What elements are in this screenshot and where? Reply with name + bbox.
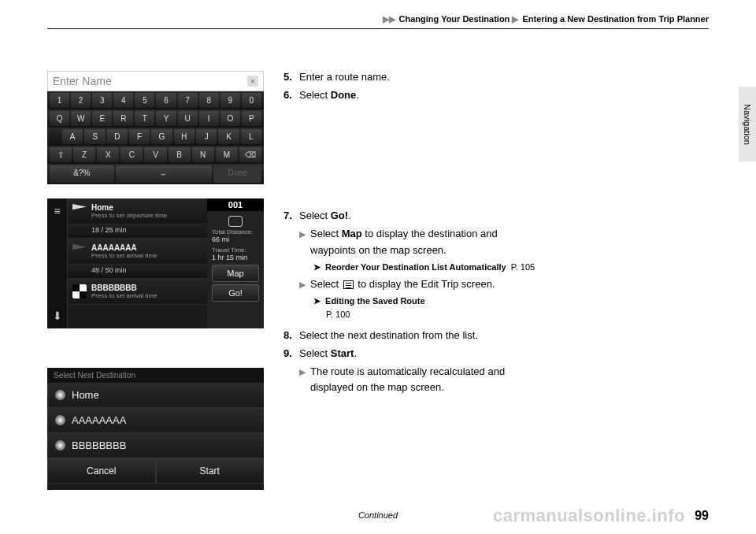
key[interactable]: F — [129, 129, 150, 144]
go-button[interactable]: Go! — [212, 284, 259, 302]
step-text: Select Go!. — [299, 208, 351, 224]
trip-row-sub: Press to set arrival time — [91, 252, 158, 259]
key[interactable]: 8 — [199, 93, 219, 108]
keyboard-row-numbers: 1 2 3 4 5 6 7 8 9 0 — [47, 91, 264, 109]
trip-row-sub: Press to set departure time — [91, 212, 167, 219]
key[interactable]: U — [178, 111, 198, 126]
done-key[interactable]: Done — [213, 165, 261, 183]
flag-finish-icon — [72, 284, 87, 299]
key[interactable]: 3 — [92, 93, 112, 108]
close-icon[interactable]: × — [247, 76, 258, 87]
key[interactable]: H — [174, 129, 195, 144]
key[interactable]: 2 — [71, 93, 91, 108]
key[interactable]: 5 — [135, 93, 154, 108]
trip-row-title: BBBBBBBB — [91, 284, 158, 292]
radio-icon — [55, 440, 65, 451]
key[interactable]: 1 — [50, 93, 69, 108]
reference-arrow-icon: ➤ — [313, 296, 321, 306]
screen-enter-name: Enter Name × 1 2 3 4 5 6 7 8 9 0 Q W E R… — [47, 71, 264, 184]
key[interactable]: B — [169, 147, 191, 162]
cross-reference-2: ➤ Editing the Saved Route P. 100 — [313, 295, 543, 321]
space-key[interactable]: ⌣ — [116, 165, 212, 183]
backspace-key[interactable]: ⌫ — [239, 147, 261, 162]
step-6: 6. Select Done. — [284, 87, 543, 103]
key[interactable]: S — [84, 129, 105, 144]
trip-row-waypoint-a[interactable]: AAAAAAAA Press to set arrival time — [68, 239, 207, 265]
select-next-buttons: Cancel Start — [47, 458, 264, 484]
destination-option-b[interactable]: BBBBBBBB — [47, 433, 264, 458]
key[interactable]: 7 — [178, 93, 198, 108]
screen-select-next-destination: Select Next Destination Home AAAAAAAA BB… — [47, 368, 264, 490]
key[interactable]: C — [120, 147, 143, 162]
step-5: 5. Enter a route name. — [284, 69, 543, 85]
trip-row-home[interactable]: Home Press to set departure time — [68, 198, 207, 224]
keyboard-row-bottom: &?% ⌣ Done — [47, 164, 264, 184]
key[interactable]: Y — [156, 111, 176, 126]
key[interactable]: Q — [50, 111, 69, 126]
total-distance-label: Total Distance: — [207, 228, 264, 235]
instructions-column: 5. Enter a route name. 6. Select Done. 7… — [284, 69, 543, 396]
substep-text: Select to display the Edit Trip screen. — [310, 276, 495, 292]
key[interactable]: 4 — [113, 93, 133, 108]
key[interactable]: E — [92, 111, 112, 126]
key[interactable]: G — [151, 129, 172, 144]
car-icon — [228, 216, 243, 227]
keyboard-row-zxcv: ⇧ Z X C V B N M ⌫ — [47, 146, 264, 164]
enter-name-placeholder: Enter Name — [53, 75, 112, 87]
key[interactable]: P — [242, 111, 261, 126]
trip-row-title: AAAAAAAA — [91, 243, 158, 252]
substep-text: The route is automatically recalculated … — [310, 364, 543, 395]
keyboard-row-qwerty: Q W E R T Y U I O P — [47, 109, 264, 128]
key[interactable]: T — [135, 111, 154, 126]
scroll-down-icon[interactable]: ⬇ — [53, 310, 62, 322]
trip-waypoint-list: Home Press to set departure time 18 / 25… — [68, 198, 207, 328]
key[interactable]: D — [107, 129, 128, 144]
reference-page: P. 100 — [326, 308, 543, 321]
shift-key[interactable]: ⇧ — [50, 147, 72, 162]
step-7-sub2: ▶ Select to display the Edit Trip screen… — [299, 276, 543, 292]
trip-leg-info: 18 / 25 min — [68, 224, 207, 239]
trip-number-badge: 001 — [207, 198, 264, 211]
key[interactable]: Z — [73, 147, 95, 162]
key[interactable]: W — [71, 111, 91, 126]
side-tab-navigation: Navigation — [739, 87, 756, 161]
key[interactable]: V — [144, 147, 166, 162]
destination-label: AAAAAAAA — [72, 414, 126, 426]
map-button[interactable]: Map — [212, 265, 259, 282]
select-next-title: Select Next Destination — [47, 368, 264, 383]
key[interactable]: O — [220, 111, 240, 126]
screenshots-column: Enter Name × 1 2 3 4 5 6 7 8 9 0 Q W E R… — [47, 71, 264, 504]
enter-name-field[interactable]: Enter Name × — [47, 71, 264, 91]
key[interactable]: I — [199, 111, 219, 126]
key[interactable]: R — [113, 111, 133, 126]
key[interactable]: J — [196, 129, 217, 144]
step-number: 8. — [284, 328, 299, 343]
step-number: 7. — [284, 208, 299, 224]
bullet-icon: ▶ — [299, 278, 306, 292]
key[interactable]: K — [218, 129, 239, 144]
key[interactable]: 6 — [156, 93, 176, 108]
substep-text: Select Map to display the destination an… — [310, 226, 543, 258]
destination-label: Home — [72, 389, 99, 401]
key[interactable]: X — [97, 147, 119, 162]
cancel-button[interactable]: Cancel — [47, 458, 156, 484]
key[interactable]: 0 — [242, 93, 261, 108]
destination-option-home[interactable]: Home — [47, 383, 264, 408]
reference-arrow-icon: ➤ — [313, 262, 321, 272]
key[interactable]: N — [192, 147, 214, 162]
key[interactable]: A — [62, 129, 83, 144]
step-9-sub1: ▶ The route is automatically recalculate… — [299, 364, 543, 395]
flag-waypoint-icon — [72, 244, 87, 258]
key[interactable]: L — [241, 129, 261, 144]
start-button[interactable]: Start — [156, 458, 265, 484]
bullet-icon: ▶ — [299, 365, 306, 395]
key[interactable]: 9 — [220, 93, 240, 108]
breadcrumb-section1: Changing Your Destination — [399, 14, 510, 24]
travel-time-value: 1 hr 15 min — [207, 254, 264, 261]
trip-row-waypoint-b[interactable]: BBBBBBBB Press to set arrival time — [68, 279, 207, 305]
trip-leg-info: 48 / 50 min — [68, 265, 207, 279]
symbols-key[interactable]: &?% — [50, 165, 114, 183]
menu-icon[interactable]: ≡ — [54, 205, 60, 217]
key[interactable]: M — [216, 147, 238, 162]
destination-option-a[interactable]: AAAAAAAA — [47, 408, 264, 433]
